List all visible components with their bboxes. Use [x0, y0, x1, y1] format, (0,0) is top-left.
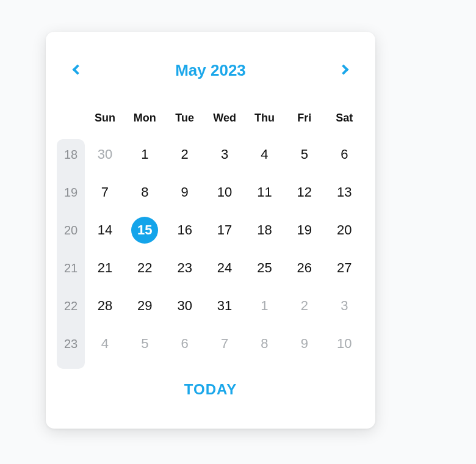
day-cell[interactable]: 8: [125, 173, 165, 211]
calendar-row: 1978910111213: [57, 173, 364, 211]
day-number: 10: [331, 330, 358, 357]
prev-month-button[interactable]: [65, 57, 90, 82]
day-number: 9: [291, 330, 318, 357]
calendar-card: May 2023 wk Sun Mon Tue Wed Thu Fri Sat: [46, 32, 375, 429]
day-cell[interactable]: 6: [165, 325, 204, 363]
day-cell[interactable]: 2: [284, 287, 324, 325]
day-number: 11: [251, 179, 278, 206]
day-number: 5: [291, 141, 318, 168]
day-cell[interactable]: 28: [85, 287, 124, 325]
day-cell[interactable]: 23: [165, 249, 204, 287]
day-cell[interactable]: 12: [284, 173, 324, 211]
day-cell[interactable]: 8: [245, 325, 284, 363]
calendar-header: May 2023: [46, 32, 375, 87]
day-number: 20: [331, 217, 358, 244]
day-number: 1: [251, 292, 278, 319]
today-button[interactable]: TODAY: [46, 381, 375, 398]
day-cell[interactable]: 31: [204, 287, 244, 325]
day-number: 10: [211, 179, 238, 206]
day-number: 26: [291, 255, 318, 281]
day-number: 30: [92, 141, 118, 168]
day-number: 19: [291, 217, 318, 244]
day-number: 9: [171, 179, 198, 206]
day-cell[interactable]: 16: [165, 211, 204, 249]
calendar-row: 2228293031123: [57, 287, 364, 325]
day-cell[interactable]: 30: [85, 136, 124, 173]
day-cell[interactable]: 5: [125, 325, 165, 363]
weekday-header: Thu: [245, 111, 284, 136]
day-number: 4: [92, 330, 118, 357]
weekday-header: Sun: [85, 111, 124, 136]
week-number-cell: 20: [57, 211, 85, 249]
day-cell[interactable]: 7: [85, 173, 124, 211]
day-number: 29: [131, 292, 158, 319]
day-cell[interactable]: 24: [204, 249, 244, 287]
day-number: 15: [131, 217, 158, 244]
calendar-row: 2121222324252627: [57, 249, 364, 287]
week-number-cell: 18: [57, 136, 85, 173]
day-number: 23: [171, 255, 198, 281]
day-cell[interactable]: 5: [284, 136, 324, 173]
day-cell[interactable]: 11: [245, 173, 284, 211]
weekday-header: Mon: [125, 111, 165, 136]
day-number: 2: [171, 141, 198, 168]
day-cell[interactable]: 10: [204, 173, 244, 211]
day-cell[interactable]: 14: [85, 211, 124, 249]
calendar-grid-wrap: wk Sun Mon Tue Wed Thu Fri Sat 183012345…: [46, 111, 375, 363]
calendar-row: 2345678910: [57, 325, 364, 363]
calendar-grid: wk Sun Mon Tue Wed Thu Fri Sat 183012345…: [57, 111, 364, 363]
month-year-title[interactable]: May 2023: [175, 61, 246, 80]
weekday-header-row: wk Sun Mon Tue Wed Thu Fri Sat: [57, 111, 364, 136]
day-cell[interactable]: 29: [125, 287, 165, 325]
day-cell[interactable]: 25: [245, 249, 284, 287]
day-cell[interactable]: 6: [325, 136, 364, 173]
day-cell[interactable]: 13: [325, 173, 364, 211]
day-cell[interactable]: 17: [204, 211, 244, 249]
day-cell[interactable]: 20: [325, 211, 364, 249]
chevron-left-icon: [73, 65, 83, 75]
day-number: 14: [92, 217, 118, 244]
calendar-row: 2014151617181920: [57, 211, 364, 249]
day-cell[interactable]: 2: [165, 136, 204, 173]
day-cell[interactable]: 26: [284, 249, 324, 287]
day-number: 13: [331, 179, 358, 206]
next-month-button[interactable]: [331, 57, 356, 82]
day-cell[interactable]: 19: [284, 211, 324, 249]
day-number: 4: [251, 141, 278, 168]
day-cell[interactable]: 9: [284, 325, 324, 363]
calendar-row: 1830123456: [57, 136, 364, 173]
day-number: 8: [131, 179, 158, 206]
day-number: 31: [211, 292, 238, 319]
week-number-cell: 19: [57, 173, 85, 211]
day-number: 7: [211, 330, 238, 357]
day-number: 8: [251, 330, 278, 357]
day-cell[interactable]: 22: [125, 249, 165, 287]
day-number: 25: [251, 255, 278, 281]
week-number-cell: 21: [57, 249, 85, 287]
day-number: 27: [331, 255, 358, 281]
day-cell[interactable]: 3: [325, 287, 364, 325]
day-number: 21: [92, 255, 118, 281]
day-number: 6: [171, 330, 198, 357]
day-number: 22: [131, 255, 158, 281]
day-cell[interactable]: 3: [204, 136, 244, 173]
day-cell[interactable]: 27: [325, 249, 364, 287]
day-cell[interactable]: 30: [165, 287, 204, 325]
day-cell[interactable]: 15: [125, 211, 165, 249]
day-cell[interactable]: 1: [125, 136, 165, 173]
day-number: 12: [291, 179, 318, 206]
day-cell[interactable]: 10: [325, 325, 364, 363]
day-cell[interactable]: 9: [165, 173, 204, 211]
day-cell[interactable]: 18: [245, 211, 284, 249]
day-cell[interactable]: 1: [245, 287, 284, 325]
chevron-right-icon: [339, 65, 349, 75]
day-cell[interactable]: 4: [85, 325, 124, 363]
day-cell[interactable]: 7: [204, 325, 244, 363]
day-number: 24: [211, 255, 238, 281]
day-number: 5: [131, 330, 158, 357]
day-number: 18: [251, 217, 278, 244]
day-number: 30: [171, 292, 198, 319]
week-number-cell: 22: [57, 287, 85, 325]
day-cell[interactable]: 21: [85, 249, 124, 287]
day-cell[interactable]: 4: [245, 136, 284, 173]
